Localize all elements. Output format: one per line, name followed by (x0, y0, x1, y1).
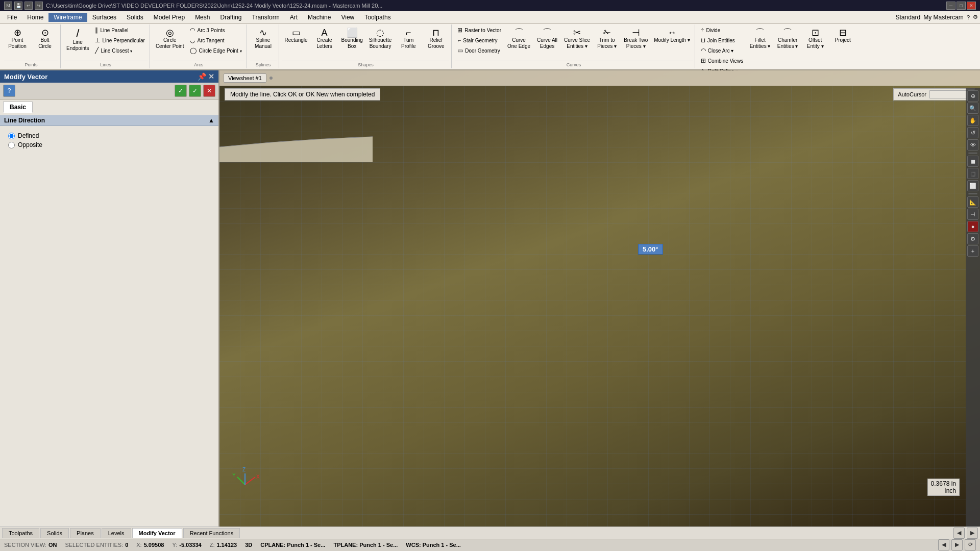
rt-coord-button[interactable]: + (967, 245, 978, 257)
curve-slice-button[interactable]: ✂ Curve SliceEntities ▾ (561, 26, 593, 52)
line-parallel-button[interactable]: ∥ Line Parallel (92, 26, 147, 35)
radio-defined[interactable]: Defined (8, 132, 210, 139)
panel-close-icon[interactable]: ✕ (208, 72, 214, 81)
radio-opposite-input[interactable] (8, 142, 15, 148)
menu-file[interactable]: File (2, 13, 22, 22)
rt-record-button[interactable]: ● (967, 221, 978, 232)
menu-model-prep[interactable]: Model Prep (149, 13, 190, 22)
statusbar-btn-2[interactable]: ▶ (951, 539, 963, 550)
menu-art[interactable]: Art (285, 13, 303, 22)
rt-shaded-button[interactable]: ◼ (967, 156, 978, 167)
tab-scroll-left-button[interactable]: ◀ (953, 528, 965, 539)
divide-button[interactable]: ÷ Divide (698, 26, 746, 35)
panel-tab-row: Basic (0, 99, 218, 115)
statusbar-btn-3[interactable]: ⟳ (965, 539, 976, 550)
menu-home[interactable]: Home (22, 13, 48, 22)
viewsheet-button[interactable]: Viewsheet #1 (224, 73, 266, 83)
chamfer-entities-button[interactable]: ⌒ ChamferEntities ▾ (774, 26, 801, 52)
rt-analyze-button[interactable]: 📐 (967, 196, 978, 208)
menu-transform[interactable]: Transform (247, 13, 285, 22)
trim-to-pieces-button[interactable]: ✁ Trim toPieces ▾ (594, 26, 620, 52)
viewport[interactable]: Viewsheet #1 Modify the line. Click OK o… (219, 70, 980, 527)
tab-modify-vector[interactable]: Modify Vector (132, 528, 182, 538)
radio-opposite[interactable]: Opposite (8, 141, 210, 148)
rectangle-button[interactable]: ▭ Rectangle (282, 26, 310, 46)
join-entities-button[interactable]: ⊔ Join Entities (698, 36, 746, 45)
curve-one-edge-button[interactable]: ⌒ CurveOne Edge (505, 26, 533, 52)
project-button[interactable]: ⊟ Project (829, 26, 856, 46)
radio-defined-input[interactable] (8, 133, 15, 139)
tab-planes[interactable]: Planes (70, 528, 101, 538)
tab-levels[interactable]: Levels (102, 528, 131, 538)
circle-edge-button[interactable]: ◯ Circle Edge Point ▾ (187, 46, 244, 55)
rt-zoom-fit-button[interactable]: ⊕ (967, 90, 978, 102)
rt-pan-button[interactable]: ✋ (967, 115, 978, 126)
arc-tangent-button[interactable]: ◡ Arc Tangent (187, 36, 244, 45)
arc-3-points-button[interactable]: ◠ Arc 3 Points (187, 26, 244, 35)
menu-wireframe[interactable]: Wireframe (48, 13, 87, 22)
rt-view-button[interactable]: 👁 (967, 139, 978, 151)
save-icon[interactable]: 💾 (14, 2, 22, 10)
panel-cancel-button[interactable]: ✕ (203, 85, 215, 97)
rt-zoom-button[interactable]: 🔍 (967, 103, 978, 114)
curve-all-edges-button[interactable]: ⌒ Curve AllEdges (534, 26, 560, 52)
point-position-button[interactable]: ⊕ PointPosition (4, 26, 31, 52)
menu-solids[interactable]: Solids (121, 13, 149, 22)
rt-rotate-button[interactable]: ↺ (967, 127, 978, 138)
combine-views-button[interactable]: ⊞ Combine Views (698, 56, 746, 65)
spline-manual-button[interactable]: ∿ SplineManual (250, 26, 277, 52)
fillet-entities-button[interactable]: ⌒ FilletEntities ▾ (747, 26, 773, 52)
help-icon[interactable]: ? (967, 14, 970, 20)
maximize-button[interactable]: □ (957, 2, 966, 10)
tab-scroll-right-button[interactable]: ▶ (967, 528, 978, 539)
panel-info-button[interactable]: ? (3, 85, 15, 97)
raster-to-vector-button[interactable]: ⊞ Raster to Vector (455, 26, 504, 35)
tab-basic[interactable]: Basic (3, 102, 33, 113)
modify-length-button[interactable]: ↔ Modify Length ▾ (651, 26, 693, 46)
menu-view[interactable]: View (336, 13, 359, 22)
panel-ok-button[interactable]: ✓ (189, 85, 201, 97)
settings-icon[interactable]: ⚙ (973, 14, 978, 20)
line-closest-button[interactable]: ╱ Line Closest ▾ (92, 46, 147, 55)
panel-ok-new-button[interactable]: ✓ (175, 85, 187, 97)
rt-section-button[interactable]: ⊣ (967, 209, 978, 220)
line-endpoints-button[interactable]: / LineEndpoints (64, 26, 91, 54)
panel-pin-icon[interactable]: 📌 (198, 72, 206, 81)
door-geometry-button[interactable]: ▭ Door Geometry (455, 46, 504, 55)
menu-drafting[interactable]: Drafting (215, 13, 247, 22)
close-button[interactable]: ✕ (967, 2, 976, 10)
undo-icon[interactable]: ↩ (24, 2, 33, 10)
rt-settings-button[interactable]: ⚙ (967, 233, 978, 244)
statusbar-btn-1[interactable]: ◀ (938, 539, 949, 550)
close-arc-button[interactable]: ◠ Close Arc ▾ (698, 46, 746, 55)
rt-hidden-button[interactable]: ⬜ (967, 180, 978, 191)
menu-surfaces[interactable]: Surfaces (87, 13, 121, 22)
bolt-circle-button[interactable]: ⊙ BoltCircle (32, 26, 58, 52)
menu-toolpaths[interactable]: Toolpaths (359, 13, 396, 22)
circle-center-button[interactable]: ◎ CircleCenter Point (153, 26, 187, 52)
stair-geometry-button[interactable]: ⌐ Stair Geometry (455, 36, 504, 45)
redo-icon[interactable]: ↪ (35, 2, 43, 10)
x-coord-item: X: 5.09508 (136, 542, 164, 548)
create-letters-button[interactable]: A CreateLetters (311, 26, 338, 52)
line-perpendicular-button[interactable]: ⊥ Line Perpendicular (92, 36, 147, 45)
silhouette-boundary-button[interactable]: ◌ SilhouetteBoundary (366, 26, 394, 52)
bounding-box-button[interactable]: ⬜ BoundingBox (339, 26, 365, 52)
minimize-button[interactable]: ─ (946, 2, 955, 10)
tab-recent-functions[interactable]: Recent Functions (183, 528, 240, 538)
relief-groove-button[interactable]: ⊓ ReliefGroove (423, 26, 449, 52)
tab-solids[interactable]: Solids (40, 528, 69, 538)
menu-bar: File Home Wireframe Surfaces Solids Mode… (0, 11, 980, 23)
tab-toolpaths[interactable]: Toolpaths (2, 528, 39, 538)
my-mastercam-label: My Mastercam (923, 14, 964, 21)
break-two-button[interactable]: ⊣ Break TwoPieces ▾ (621, 26, 650, 52)
autocursor-field[interactable] (929, 90, 970, 98)
app-icon: M (4, 2, 12, 10)
turn-profile-button[interactable]: ⌐ TurnProfile (395, 26, 422, 52)
offset-entity-button[interactable]: ⊡ OffsetEntity ▾ (802, 26, 828, 52)
rt-wireframe-button[interactable]: ⬚ (967, 168, 978, 179)
menu-machine[interactable]: Machine (303, 13, 336, 22)
menu-mesh[interactable]: Mesh (190, 13, 215, 22)
points-group-label: Points (4, 61, 58, 67)
line-direction-section[interactable]: Line Direction ▲ (0, 115, 218, 126)
